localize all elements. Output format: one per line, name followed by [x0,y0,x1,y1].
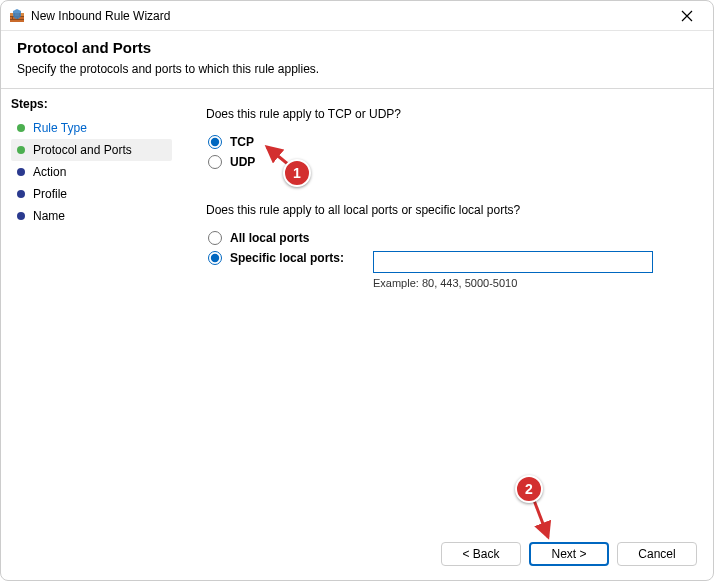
next-button[interactable]: Next > [529,542,609,566]
udp-radio[interactable] [208,155,222,169]
step-bullet-icon [17,146,25,154]
steps-label: Steps: [11,97,172,111]
specific-ports-input[interactable] [373,251,653,273]
specific-ports-label: Specific local ports: [230,251,344,265]
wizard-body: Steps: Rule Type Protocol and Ports Acti… [1,89,713,532]
sidebar-item-name[interactable]: Name [11,205,172,227]
protocol-radio-group: TCP UDP [208,135,683,175]
sidebar-item-label: Profile [33,187,67,201]
svg-rect-3 [10,19,24,20]
wizard-footer: < Back Next > Cancel [1,532,713,580]
wizard-header: Protocol and Ports Specify the protocols… [1,31,713,89]
titlebar: New Inbound Rule Wizard [1,1,713,31]
sidebar-item-label: Action [33,165,66,179]
tcp-radio[interactable] [208,135,222,149]
steps-sidebar: Steps: Rule Type Protocol and Ports Acti… [1,89,176,532]
all-ports-radio[interactable] [208,231,222,245]
sidebar-item-profile[interactable]: Profile [11,183,172,205]
specific-ports-radio[interactable] [208,251,222,265]
udp-label: UDP [230,155,255,169]
svg-rect-6 [12,17,13,19]
sidebar-item-label: Name [33,209,65,223]
close-button[interactable] [669,2,705,30]
step-bullet-icon [17,124,25,132]
firewall-icon [9,8,25,24]
sidebar-item-protocol-ports[interactable]: Protocol and Ports [11,139,172,161]
all-ports-label: All local ports [230,231,309,245]
step-bullet-icon [17,190,25,198]
tcp-label: TCP [230,135,254,149]
sidebar-item-rule-type[interactable]: Rule Type [11,117,172,139]
wizard-window: New Inbound Rule Wizard Protocol and Por… [0,0,714,581]
sidebar-item-label: Protocol and Ports [33,143,132,157]
step-bullet-icon [17,212,25,220]
ports-question: Does this rule apply to all local ports … [206,203,683,217]
sidebar-item-label: Rule Type [33,121,87,135]
ports-example-text: Example: 80, 443, 5000-5010 [373,277,683,289]
content-pane: Does this rule apply to TCP or UDP? TCP … [176,89,713,532]
ports-radio-group: All local ports Specific local ports: Ex… [208,231,683,289]
page-subtitle: Specify the protocols and ports to which… [17,62,697,76]
back-button[interactable]: < Back [441,542,521,566]
cancel-button[interactable]: Cancel [617,542,697,566]
page-title: Protocol and Ports [17,39,697,56]
window-title: New Inbound Rule Wizard [31,9,170,23]
protocol-question: Does this rule apply to TCP or UDP? [206,107,683,121]
sidebar-item-action[interactable]: Action [11,161,172,183]
step-bullet-icon [17,168,25,176]
